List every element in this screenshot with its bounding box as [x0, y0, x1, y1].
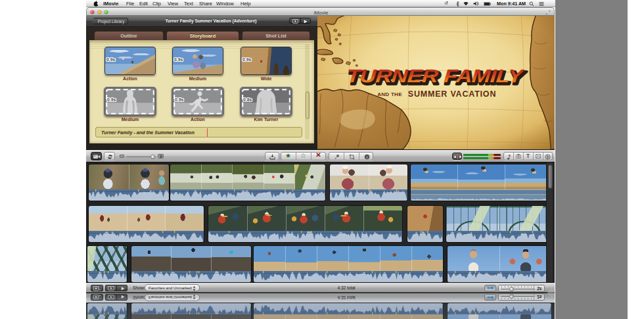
svg-text:TURNER FAMILY: TURNER FAMILY — [346, 66, 526, 87]
svg-text:AND THE: AND THE — [377, 91, 402, 97]
svg-text:SUMMER VACATION: SUMMER VACATION — [408, 89, 496, 99]
